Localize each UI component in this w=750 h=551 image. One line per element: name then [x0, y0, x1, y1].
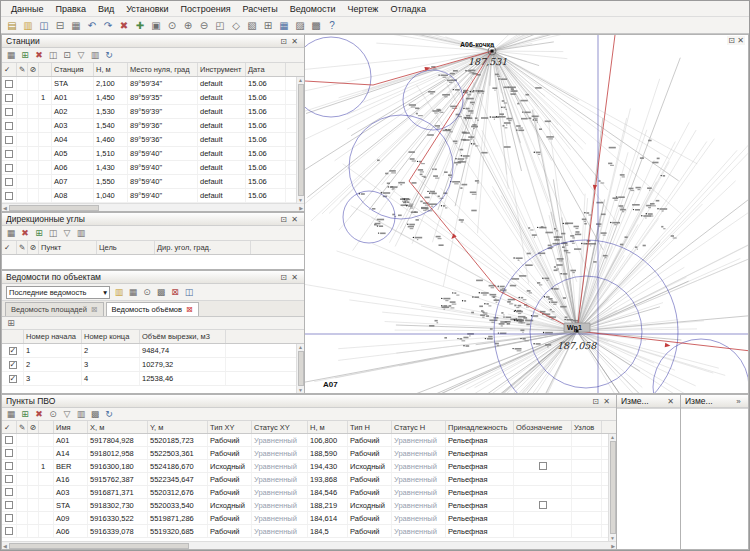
- delete-row-icon[interactable]: ✖: [32, 408, 46, 421]
- column-header[interactable]: Пункт: [39, 241, 97, 254]
- close-icon[interactable]: ✕: [289, 273, 300, 282]
- attachment-icon[interactable]: ⊘: [28, 63, 39, 76]
- row-checkbox[interactable]: [5, 462, 13, 470]
- table-icon[interactable]: ▦: [276, 18, 292, 33]
- table-view-icon[interactable]: ▦: [4, 227, 18, 240]
- map-canvas[interactable]: А06-кочка187,531Wp1187,058A07 ⊡ ✕: [305, 34, 749, 394]
- row-checkbox[interactable]: [5, 501, 13, 509]
- menu-Ведомости[interactable]: Ведомости: [284, 3, 342, 15]
- delete-row-icon[interactable]: ✖: [18, 227, 32, 240]
- add-icon[interactable]: ✚: [132, 18, 148, 33]
- undo-icon[interactable]: ↶: [84, 18, 100, 33]
- row-checkbox[interactable]: [5, 164, 13, 172]
- table-row[interactable]: A145918012,9585522503,361РабочийУравненн…: [2, 447, 608, 460]
- column-header[interactable]: Y, м: [148, 421, 208, 433]
- table-row[interactable]: STA2,10089°59'34"default15.06: [2, 77, 296, 91]
- column-header[interactable]: Номер конца: [82, 330, 140, 343]
- table-row[interactable]: 2310279,32: [2, 358, 296, 372]
- columns-icon[interactable]: ▥: [74, 227, 88, 240]
- points-hscrollbar[interactable]: ◀▶: [2, 541, 616, 549]
- close-icon[interactable]: ✕: [737, 36, 744, 45]
- row-checkbox[interactable]: [5, 192, 13, 200]
- column-header[interactable]: Объём вырезки, м3: [140, 330, 226, 343]
- row-checkbox[interactable]: [5, 136, 13, 144]
- column-header[interactable]: Дир. угол, град.: [155, 241, 251, 254]
- comment-icon[interactable]: ✎: [17, 241, 28, 254]
- print-icon[interactable]: ⊟: [52, 18, 68, 33]
- close-icon[interactable]: ✕: [289, 215, 300, 224]
- table-view-icon[interactable]: ▦: [4, 408, 18, 421]
- column-header[interactable]: X, м: [88, 421, 148, 433]
- tab-close-icon[interactable]: ⊠: [91, 305, 98, 314]
- table-row[interactable]: A031,54089°59'36"default15.06: [2, 119, 296, 133]
- menu-Вид[interactable]: Вид: [92, 3, 120, 15]
- row-checkbox[interactable]: [9, 347, 17, 355]
- settings-icon[interactable]: ▩: [154, 286, 168, 299]
- zoom-fit-icon[interactable]: ◰: [212, 18, 228, 33]
- expand-icon[interactable]: »: [733, 397, 744, 406]
- grid-icon[interactable]: ⊞: [260, 18, 276, 33]
- close-icon[interactable]: ✕: [289, 37, 300, 46]
- column-header[interactable]: Узлов: [572, 421, 602, 433]
- column-header[interactable]: Н, м: [94, 63, 128, 76]
- table-row[interactable]: A081,04089°59'40"default15.06: [2, 189, 296, 203]
- filter-icon[interactable]: ▽: [60, 408, 74, 421]
- menu-Данные[interactable]: Данные: [5, 3, 50, 15]
- table-row[interactable]: A071,55089°59'40"default15.06: [2, 175, 296, 189]
- table-row[interactable]: A015917804,9285520185,723РабочийУравненн…: [2, 434, 608, 447]
- properties-icon[interactable]: ▣: [148, 18, 164, 33]
- check-column[interactable]: ✓: [2, 421, 17, 433]
- index-column[interactable]: [39, 63, 52, 76]
- save-icon[interactable]: ◫: [36, 18, 52, 33]
- column-header[interactable]: Инструмент: [198, 63, 246, 76]
- table-row[interactable]: 3412538,46: [2, 372, 296, 386]
- table-row[interactable]: A165915762,3875522345,647РабочийУравненн…: [2, 473, 608, 486]
- index-column[interactable]: [39, 421, 54, 433]
- pin-icon[interactable]: ⊡: [590, 397, 601, 406]
- row-checkbox[interactable]: [5, 488, 13, 496]
- column-header[interactable]: Цель: [97, 241, 155, 254]
- insert-row-icon[interactable]: ⊞: [18, 408, 32, 421]
- insert-row-icon[interactable]: ⊞: [18, 49, 32, 62]
- table-row[interactable]: 1BER5916300,1805524186,670ИсходныйУравне…: [2, 460, 608, 473]
- grid-icon-icon[interactable]: ⊞: [4, 317, 18, 330]
- column-header[interactable]: Статус Н: [392, 421, 446, 433]
- row-checkbox[interactable]: [5, 150, 13, 158]
- pin-icon[interactable]: ⊡: [278, 273, 289, 282]
- row-checkbox[interactable]: [9, 361, 17, 369]
- table-view-icon[interactable]: ▦: [126, 286, 140, 299]
- column-header[interactable]: Статус XY: [252, 421, 308, 433]
- row-checkbox[interactable]: [5, 108, 13, 116]
- layers-icon[interactable]: ▧: [244, 18, 260, 33]
- sheets-vscrollbar[interactable]: ▲▼: [296, 344, 304, 393]
- row-checkbox[interactable]: [5, 94, 13, 102]
- columns-icon[interactable]: ▥: [74, 408, 88, 421]
- refresh-icon[interactable]: ↻: [102, 49, 116, 62]
- row-checkbox[interactable]: [9, 375, 17, 383]
- check-column[interactable]: ✓: [2, 63, 17, 76]
- column-header[interactable]: Тип Н: [348, 421, 392, 433]
- check-column[interactable]: ✓: [2, 241, 17, 254]
- close-icon[interactable]: ✕: [601, 397, 612, 406]
- stations-vscrollbar[interactable]: ▲▼: [296, 77, 304, 203]
- column-header[interactable]: Тип XY: [208, 421, 252, 433]
- row-checkbox[interactable]: [5, 80, 13, 88]
- row-checkbox[interactable]: [5, 527, 13, 535]
- column-header[interactable]: Станция: [52, 63, 94, 76]
- points-vscrollbar[interactable]: ▲▼: [608, 434, 616, 541]
- tab-close-icon[interactable]: ⊠: [186, 305, 193, 314]
- row-checkbox[interactable]: [5, 449, 13, 457]
- filter-icon[interactable]: ▽: [74, 49, 88, 62]
- column-header[interactable]: Дата: [246, 63, 286, 76]
- table-row[interactable]: 129484,74: [2, 344, 296, 358]
- menu-Правка[interactable]: Правка: [50, 3, 92, 15]
- row-checkbox[interactable]: [5, 436, 13, 444]
- sheet-select[interactable]: Последние ведомость ▾: [6, 286, 110, 299]
- close-red-icon[interactable]: ⊠: [168, 286, 182, 299]
- mark-checkbox[interactable]: [539, 501, 547, 509]
- pin-icon[interactable]: ⊡: [728, 36, 735, 45]
- new-icon[interactable]: ▤: [4, 18, 20, 33]
- help-icon[interactable]: ?: [324, 18, 340, 33]
- table-row[interactable]: A065916339,0785519320,685РабочийУравненн…: [2, 525, 608, 538]
- pan-icon[interactable]: ◇: [228, 18, 244, 33]
